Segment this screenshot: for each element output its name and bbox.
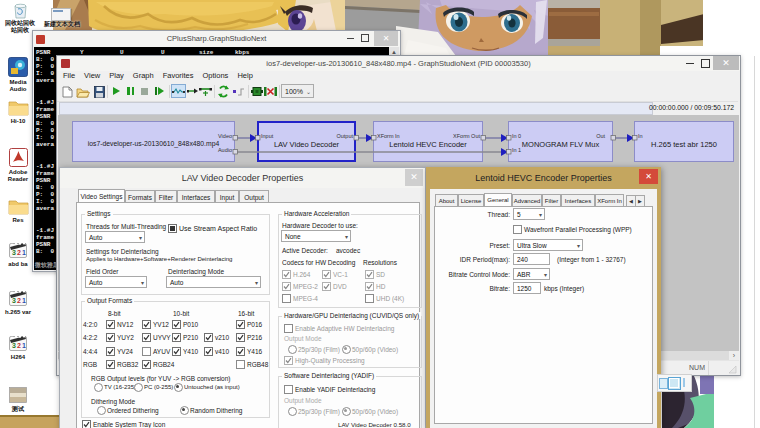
svg-text:1: 1	[22, 249, 26, 256]
svg-text:2: 2	[17, 342, 21, 349]
svg-text:3: 3	[12, 249, 16, 256]
svg-text:1: 1	[22, 297, 26, 304]
svg-text:2: 2	[17, 297, 21, 304]
svg-text:2: 2	[17, 249, 21, 256]
svg-text:1: 1	[22, 342, 26, 349]
svg-text:3: 3	[12, 297, 16, 304]
svg-text:3: 3	[12, 342, 16, 349]
